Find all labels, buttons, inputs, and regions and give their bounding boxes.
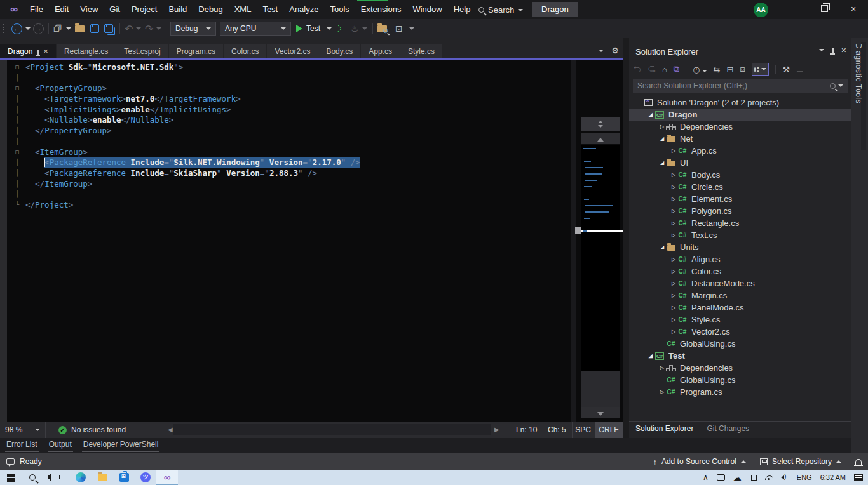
language-indicator[interactable]: ENG (797, 474, 812, 481)
solution-explorer-toolbar-button[interactable]: ⊡ (395, 22, 403, 36)
expander-open-icon[interactable]: ◢ (658, 136, 666, 142)
menu-project[interactable]: Project (126, 0, 163, 19)
new-project-dropdown[interactable] (66, 22, 71, 36)
tree-item-circle-cs[interactable]: ▷C#Circle.cs (629, 181, 851, 193)
outline-margin[interactable]: │ (9, 136, 25, 147)
document-tab-dragon[interactable]: Dragon× (0, 44, 56, 58)
tab-list-dropdown[interactable] (599, 50, 604, 52)
expander-closed-icon[interactable]: ▷ (670, 148, 677, 154)
tree-item-distancemode-cs[interactable]: ▷C#DistanceMode.cs (629, 277, 851, 289)
document-tab-rectangle-cs[interactable]: Rectangle.cs (57, 44, 116, 58)
menu-file[interactable]: File (24, 0, 49, 19)
expander-closed-icon[interactable]: ▷ (670, 220, 677, 226)
search-control[interactable]: Search (475, 3, 527, 17)
code-line-11[interactable]: │ <PackageReference Include="SkiaSharp" … (9, 168, 360, 179)
outline-margin[interactable]: └ (9, 200, 25, 211)
find-in-files-button[interactable] (377, 22, 393, 36)
outline-margin[interactable]: ⊟ (9, 147, 25, 158)
panel-close-icon[interactable]: × (841, 47, 846, 53)
tree-item-color-cs[interactable]: ▷C#Color.cs (629, 265, 851, 277)
pin-icon[interactable] (832, 48, 834, 53)
scroll-up-button[interactable] (581, 133, 620, 144)
redo-button[interactable]: ↷ (145, 22, 153, 36)
taskbar-visual-studio-icon[interactable]: ∞ (156, 470, 178, 485)
se-tab-solution-explorer[interactable]: Solution Explorer (629, 422, 700, 436)
minimap-scrollbar[interactable] (581, 145, 620, 371)
preview-selected-icon[interactable]: ⚊ (796, 65, 804, 74)
close-button[interactable]: × (839, 0, 868, 19)
code-line-4[interactable]: │ <TargetFramework>net7.0</TargetFramewo… (9, 94, 360, 105)
expander-closed-icon[interactable]: ▷ (670, 184, 677, 190)
tree-item-net[interactable]: ◢Net (629, 133, 851, 145)
menu-edit[interactable]: Edit (49, 0, 74, 19)
search-options-dropdown[interactable] (838, 84, 843, 87)
gear-icon[interactable]: ⚙ (611, 46, 619, 55)
undo-dropdown[interactable] (136, 22, 141, 36)
add-to-source-control-button[interactable]: ↑ Add to Source Control (653, 457, 746, 467)
taskbar-start-icon[interactable] (0, 470, 22, 485)
tree-item-program-cs[interactable]: ▷C#Program.cs (629, 386, 851, 398)
document-tab-program-cs[interactable]: Program.cs (169, 44, 223, 58)
code-line-5[interactable]: │ <ImplicitUsings>enable</ImplicitUsings… (9, 105, 360, 116)
save-all-button[interactable] (104, 22, 113, 36)
taskbar-edge-icon[interactable] (70, 470, 92, 485)
menu-help[interactable]: Help (448, 0, 477, 19)
code-line-14[interactable]: └</Project> (9, 200, 360, 211)
se-tab-git-changes[interactable]: Git Changes (700, 422, 756, 436)
menu-tools[interactable]: Tools (324, 0, 355, 19)
tree-item-text-cs[interactable]: ▷C#Text.cs (629, 229, 851, 241)
taskbar-discord-icon[interactable]: ツ (135, 470, 156, 485)
taskbar-store-icon[interactable] (113, 470, 135, 485)
undo-button[interactable]: ↶ (125, 22, 133, 36)
minimap-caret-handle[interactable] (575, 227, 581, 234)
power-plug-icon[interactable] (751, 475, 757, 481)
meet-now-icon[interactable] (717, 474, 725, 481)
diagnostic-tools-tab[interactable]: Diagnostic Tools (854, 43, 863, 103)
code-line-9[interactable]: ⊟ <ItemGroup> (9, 147, 360, 158)
pin-icon[interactable] (37, 50, 39, 55)
solution-configuration-dropdown[interactable]: Debug (170, 22, 216, 36)
expander-closed-icon[interactable]: ▷ (670, 317, 677, 322)
se-forward-icon[interactable]: ⮎ (648, 65, 656, 74)
tree-item-align-cs[interactable]: ▷C#Align.cs (629, 253, 851, 265)
start-debug-button[interactable] (296, 22, 302, 36)
panel-tab-developer-powershell[interactable]: Developer PowerShell (82, 438, 160, 452)
outline-margin[interactable]: │ (9, 115, 25, 126)
breakpoint-margin[interactable] (0, 60, 7, 422)
navigate-back-button[interactable]: ← (11, 22, 22, 36)
taskbar-task-view-icon[interactable] (43, 470, 65, 485)
outline-margin[interactable]: ⊟ (9, 83, 25, 94)
tree-item-panelmode-cs[interactable]: ▷C#PanelMode.cs (629, 302, 851, 314)
tree-item-dependencies[interactable]: ▷Dependencies (629, 362, 851, 374)
minimize-button[interactable]: – (780, 0, 810, 19)
code-line-8[interactable]: │ (9, 136, 360, 147)
wifi-icon[interactable] (765, 475, 773, 480)
new-project-button[interactable]: 🗇 (53, 22, 62, 36)
menu-window[interactable]: Window (407, 0, 447, 19)
outline-margin[interactable]: │ (9, 168, 25, 179)
tree-item-dependencies[interactable]: ▷Dependencies (629, 121, 851, 133)
tree-item-ui[interactable]: ◢UI (629, 157, 851, 169)
menu-test[interactable]: Test (257, 0, 283, 19)
outline-margin[interactable]: │ (9, 105, 25, 116)
home-icon[interactable]: ⌂ (662, 65, 667, 74)
line-ending-indicator[interactable]: CRLF (595, 422, 623, 438)
tray-expand-chevron[interactable]: ∧ (703, 473, 709, 482)
tree-item-vector2-cs[interactable]: ▷C#Vector2.cs (629, 326, 851, 338)
code-line-12[interactable]: │ </ItemGroup> (9, 179, 360, 190)
expander-closed-icon[interactable]: ▷ (670, 208, 677, 214)
panel-menu-dropdown[interactable] (819, 49, 824, 51)
expander-open-icon[interactable]: ◢ (658, 160, 666, 166)
menu-build[interactable]: Build (163, 0, 193, 19)
notifications-button[interactable] (855, 459, 862, 465)
expander-open-icon[interactable]: ◢ (647, 353, 654, 359)
outline-margin[interactable]: │ (9, 94, 25, 105)
split-window-handle[interactable] (581, 117, 620, 131)
collapse-all-icon[interactable]: ⊟ (726, 65, 733, 74)
expander-closed-icon[interactable]: ▷ (670, 281, 677, 286)
expander-closed-icon[interactable]: ▷ (670, 232, 677, 238)
expander-open-icon[interactable]: ◢ (658, 244, 666, 250)
solution-platform-dropdown[interactable]: Any CPU (220, 22, 291, 36)
tree-item-test[interactable]: ◢C#Test (629, 350, 851, 362)
code-editor[interactable]: ⊟<Project Sdk="Microsoft.NET.Sdk">│⊟ <Pr… (0, 60, 623, 422)
